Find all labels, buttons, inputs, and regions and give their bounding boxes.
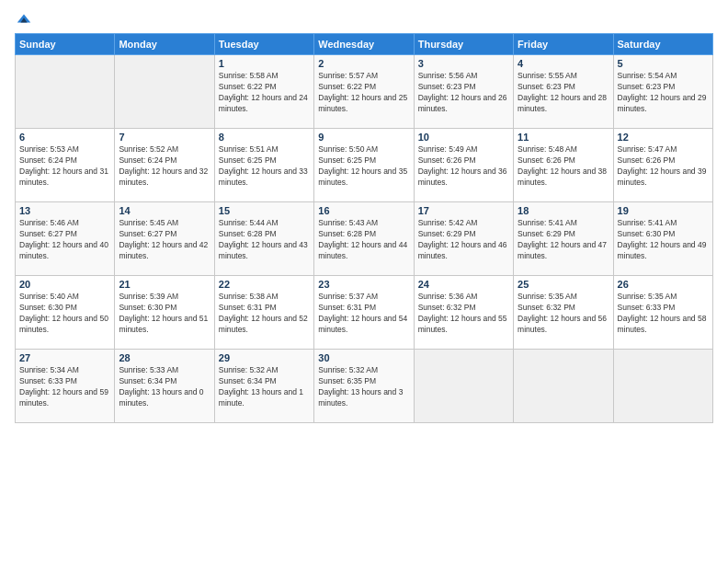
day-info: Sunrise: 5:43 AM Sunset: 6:28 PM Dayligh…	[318, 218, 409, 262]
day-number: 13	[19, 205, 110, 216]
day-info: Sunrise: 5:57 AM Sunset: 6:22 PM Dayligh…	[318, 71, 409, 115]
day-header-tuesday: Tuesday	[214, 34, 313, 55]
day-number: 10	[418, 132, 509, 143]
day-number: 17	[418, 205, 509, 216]
calendar-table: SundayMondayTuesdayWednesdayThursdayFrid…	[15, 33, 713, 423]
day-number: 14	[119, 205, 210, 216]
day-number: 4	[518, 58, 609, 69]
calendar-page: SundayMondayTuesdayWednesdayThursdayFrid…	[0, 0, 728, 432]
day-number: 21	[119, 279, 210, 290]
day-info: Sunrise: 5:47 AM Sunset: 6:26 PM Dayligh…	[618, 144, 709, 189]
day-number: 27	[19, 352, 110, 363]
day-info: Sunrise: 5:50 AM Sunset: 6:25 PM Dayligh…	[318, 144, 409, 189]
calendar-cell: 30Sunrise: 5:32 AM Sunset: 6:35 PM Dayli…	[314, 350, 414, 423]
day-number: 19	[618, 205, 709, 216]
day-number: 3	[418, 58, 509, 69]
day-number: 12	[618, 132, 709, 143]
day-header-saturday: Saturday	[613, 34, 712, 55]
day-info: Sunrise: 5:56 AM Sunset: 6:23 PM Dayligh…	[418, 71, 509, 115]
calendar-cell: 9Sunrise: 5:50 AM Sunset: 6:25 PM Daylig…	[314, 129, 414, 202]
day-info: Sunrise: 5:35 AM Sunset: 6:33 PM Dayligh…	[618, 292, 709, 336]
calendar-cell	[514, 350, 613, 423]
day-info: Sunrise: 5:52 AM Sunset: 6:24 PM Dayligh…	[119, 144, 210, 189]
calendar-cell: 16Sunrise: 5:43 AM Sunset: 6:28 PM Dayli…	[314, 202, 414, 276]
calendar-cell: 12Sunrise: 5:47 AM Sunset: 6:26 PM Dayli…	[613, 129, 712, 202]
calendar-cell: 1Sunrise: 5:58 AM Sunset: 6:22 PM Daylig…	[214, 55, 313, 129]
day-info: Sunrise: 5:36 AM Sunset: 6:32 PM Dayligh…	[418, 292, 509, 336]
day-info: Sunrise: 5:34 AM Sunset: 6:33 PM Dayligh…	[19, 365, 110, 409]
calendar-cell: 17Sunrise: 5:42 AM Sunset: 6:29 PM Dayli…	[414, 202, 513, 276]
calendar-cell: 26Sunrise: 5:35 AM Sunset: 6:33 PM Dayli…	[613, 276, 712, 350]
calendar-cell	[613, 350, 712, 423]
day-info: Sunrise: 5:39 AM Sunset: 6:30 PM Dayligh…	[119, 292, 210, 336]
calendar-cell: 24Sunrise: 5:36 AM Sunset: 6:32 PM Dayli…	[414, 276, 513, 350]
calendar-cell: 8Sunrise: 5:51 AM Sunset: 6:25 PM Daylig…	[214, 129, 313, 202]
calendar-cell	[414, 350, 513, 423]
day-number: 30	[318, 352, 409, 363]
day-number: 9	[318, 132, 409, 143]
day-info: Sunrise: 5:37 AM Sunset: 6:31 PM Dayligh…	[318, 292, 409, 336]
day-header-friday: Friday	[514, 34, 613, 55]
calendar-cell: 23Sunrise: 5:37 AM Sunset: 6:31 PM Dayli…	[314, 276, 414, 350]
logo	[15, 11, 34, 28]
day-info: Sunrise: 5:46 AM Sunset: 6:27 PM Dayligh…	[19, 218, 110, 262]
calendar-cell: 20Sunrise: 5:40 AM Sunset: 6:30 PM Dayli…	[16, 276, 115, 350]
day-info: Sunrise: 5:35 AM Sunset: 6:32 PM Dayligh…	[518, 292, 609, 336]
calendar-cell: 15Sunrise: 5:44 AM Sunset: 6:28 PM Dayli…	[214, 202, 313, 276]
day-info: Sunrise: 5:41 AM Sunset: 6:29 PM Dayligh…	[518, 218, 609, 262]
day-number: 29	[219, 352, 310, 363]
day-info: Sunrise: 5:40 AM Sunset: 6:30 PM Dayligh…	[19, 292, 110, 336]
calendar-cell: 22Sunrise: 5:38 AM Sunset: 6:31 PM Dayli…	[214, 276, 313, 350]
calendar-header-row: SundayMondayTuesdayWednesdayThursdayFrid…	[16, 34, 713, 55]
day-number: 16	[318, 205, 409, 216]
day-header-sunday: Sunday	[16, 34, 115, 55]
calendar-cell: 6Sunrise: 5:53 AM Sunset: 6:24 PM Daylig…	[16, 129, 115, 202]
day-number: 7	[119, 132, 210, 143]
calendar-cell: 28Sunrise: 5:33 AM Sunset: 6:34 PM Dayli…	[115, 350, 214, 423]
calendar-cell: 25Sunrise: 5:35 AM Sunset: 6:32 PM Dayli…	[514, 276, 613, 350]
day-number: 1	[219, 58, 310, 69]
day-info: Sunrise: 5:41 AM Sunset: 6:30 PM Dayligh…	[618, 218, 709, 262]
calendar-cell: 11Sunrise: 5:48 AM Sunset: 6:26 PM Dayli…	[514, 129, 613, 202]
day-number: 11	[518, 132, 609, 143]
day-info: Sunrise: 5:33 AM Sunset: 6:34 PM Dayligh…	[119, 365, 210, 409]
calendar-cell: 2Sunrise: 5:57 AM Sunset: 6:22 PM Daylig…	[314, 55, 414, 129]
calendar-cell: 21Sunrise: 5:39 AM Sunset: 6:30 PM Dayli…	[115, 276, 214, 350]
day-info: Sunrise: 5:51 AM Sunset: 6:25 PM Dayligh…	[219, 144, 310, 189]
day-info: Sunrise: 5:32 AM Sunset: 6:34 PM Dayligh…	[219, 365, 310, 409]
day-number: 23	[318, 279, 409, 290]
calendar-cell: 14Sunrise: 5:45 AM Sunset: 6:27 PM Dayli…	[115, 202, 214, 276]
calendar-cell: 3Sunrise: 5:56 AM Sunset: 6:23 PM Daylig…	[414, 55, 513, 129]
day-number: 26	[618, 279, 709, 290]
day-number: 22	[219, 279, 310, 290]
logo-icon	[16, 11, 32, 28]
day-number: 20	[19, 279, 110, 290]
calendar-cell: 29Sunrise: 5:32 AM Sunset: 6:34 PM Dayli…	[214, 350, 313, 423]
calendar-cell	[16, 55, 115, 129]
calendar-cell	[115, 55, 214, 129]
calendar-cell: 5Sunrise: 5:54 AM Sunset: 6:23 PM Daylig…	[613, 55, 712, 129]
day-info: Sunrise: 5:49 AM Sunset: 6:26 PM Dayligh…	[418, 144, 509, 189]
calendar-cell: 27Sunrise: 5:34 AM Sunset: 6:33 PM Dayli…	[16, 350, 115, 423]
calendar-cell: 19Sunrise: 5:41 AM Sunset: 6:30 PM Dayli…	[613, 202, 712, 276]
day-info: Sunrise: 5:45 AM Sunset: 6:27 PM Dayligh…	[119, 218, 210, 262]
calendar-week-row: 1Sunrise: 5:58 AM Sunset: 6:22 PM Daylig…	[16, 55, 713, 129]
calendar-cell: 10Sunrise: 5:49 AM Sunset: 6:26 PM Dayli…	[414, 129, 513, 202]
day-info: Sunrise: 5:32 AM Sunset: 6:35 PM Dayligh…	[318, 365, 409, 409]
day-number: 24	[418, 279, 509, 290]
calendar-week-row: 13Sunrise: 5:46 AM Sunset: 6:27 PM Dayli…	[16, 202, 713, 276]
day-info: Sunrise: 5:58 AM Sunset: 6:22 PM Dayligh…	[219, 71, 310, 115]
header	[15, 11, 713, 28]
day-number: 5	[618, 58, 709, 69]
day-number: 15	[219, 205, 310, 216]
day-info: Sunrise: 5:55 AM Sunset: 6:23 PM Dayligh…	[518, 71, 609, 115]
day-header-monday: Monday	[115, 34, 214, 55]
day-info: Sunrise: 5:42 AM Sunset: 6:29 PM Dayligh…	[418, 218, 509, 262]
calendar-week-row: 20Sunrise: 5:40 AM Sunset: 6:30 PM Dayli…	[16, 276, 713, 350]
calendar-cell: 13Sunrise: 5:46 AM Sunset: 6:27 PM Dayli…	[16, 202, 115, 276]
day-info: Sunrise: 5:53 AM Sunset: 6:24 PM Dayligh…	[19, 144, 110, 189]
calendar-week-row: 27Sunrise: 5:34 AM Sunset: 6:33 PM Dayli…	[16, 350, 713, 423]
day-info: Sunrise: 5:48 AM Sunset: 6:26 PM Dayligh…	[518, 144, 609, 189]
calendar-cell: 18Sunrise: 5:41 AM Sunset: 6:29 PM Dayli…	[514, 202, 613, 276]
day-info: Sunrise: 5:38 AM Sunset: 6:31 PM Dayligh…	[219, 292, 310, 336]
